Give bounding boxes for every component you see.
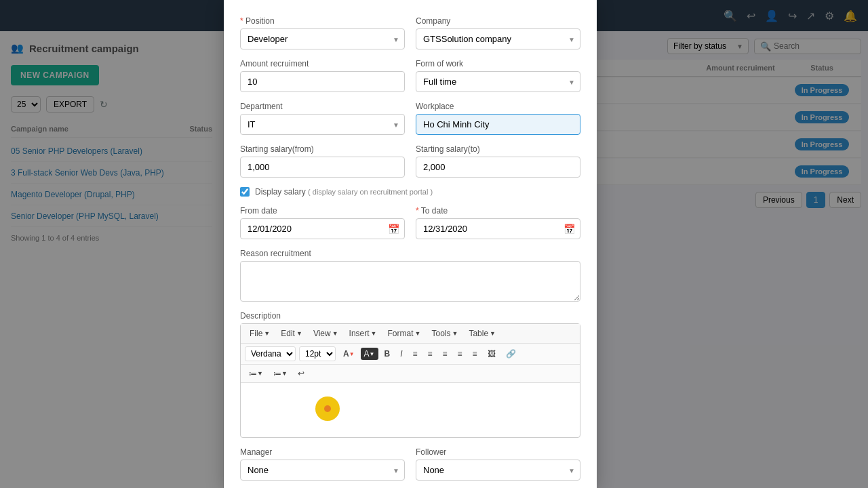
- department-label: Department: [240, 102, 405, 111]
- company-group: Company GTSSolution company ▼: [416, 16, 580, 49]
- font-name-select[interactable]: Verdana: [245, 346, 296, 361]
- undo-tool[interactable]: ↩: [294, 367, 309, 380]
- workplace-label: Workplace: [416, 102, 580, 111]
- to-date-group: * To date 📅: [416, 206, 580, 239]
- display-salary-checkbox[interactable]: [240, 187, 250, 197]
- manager-select[interactable]: None: [240, 460, 405, 481]
- salary-to-group: Starting salary(to): [416, 144, 580, 178]
- editor-file-menu[interactable]: File ▼: [245, 327, 275, 340]
- align-justify-tool[interactable]: ≡: [454, 347, 467, 361]
- font-size-select[interactable]: 12pt: [299, 346, 336, 361]
- from-date-calendar-icon[interactable]: 📅: [388, 224, 399, 235]
- align-right-tool[interactable]: ≡: [439, 347, 452, 361]
- reason-label: Reason recruitment: [240, 249, 580, 258]
- editor-toolbar-2: ≔ ▼ ≔ ▼ ↩: [241, 365, 580, 383]
- position-group: * Position Developer ▼: [240, 16, 405, 49]
- form-row-dept-workplace: Department IT ▼ Workplace: [240, 102, 580, 135]
- to-date-input[interactable]: [416, 218, 580, 239]
- form-row-position-company: * Position Developer ▼ Company GTSSoluti…: [240, 16, 580, 49]
- font-color-tool[interactable]: A▼: [339, 347, 359, 361]
- align-left-tool[interactable]: ≡: [409, 347, 422, 361]
- department-select-wrapper: IT ▼: [240, 114, 405, 135]
- numbered-list-tool[interactable]: ≔ ▼: [269, 367, 292, 380]
- company-select-wrapper: GTSSolution company ▼: [416, 28, 580, 49]
- editor-container: File ▼ Edit ▼ View ▼ Insert ▼ Format ▼ T…: [240, 323, 580, 438]
- to-date-calendar-icon[interactable]: 📅: [564, 224, 575, 235]
- position-select-wrapper: Developer ▼: [240, 28, 405, 49]
- amount-input[interactable]: [240, 71, 405, 92]
- editor-view-menu[interactable]: View ▼: [309, 327, 343, 340]
- salary-from-group: Starting salary(from): [240, 144, 405, 178]
- from-date-group: From date 📅: [240, 206, 405, 239]
- company-label: Company: [416, 16, 580, 26]
- form-of-work-group: Form of work Full time ▼: [416, 59, 580, 92]
- display-salary-row: Display salary ( display salary on recru…: [240, 187, 580, 197]
- cursor-indicator: [315, 396, 340, 421]
- editor-table-menu[interactable]: Table ▼: [464, 327, 500, 340]
- editor-tools-menu[interactable]: Tools ▼: [427, 327, 462, 340]
- salary-to-label: Starting salary(to): [416, 144, 580, 154]
- salary-from-input[interactable]: [240, 157, 405, 178]
- display-salary-label: Display salary ( display salary on recru…: [255, 187, 433, 197]
- editor-format-menu[interactable]: Format ▼: [383, 327, 426, 340]
- department-select[interactable]: IT: [240, 114, 405, 135]
- follower-select[interactable]: None: [416, 460, 580, 481]
- reason-textarea[interactable]: [240, 261, 580, 302]
- follower-group: Follower None ▼: [416, 447, 580, 481]
- description-group: Description File ▼ Edit ▼ View ▼ Insert …: [240, 311, 580, 447]
- form-row-amount-formwork: Amount recruiment Form of work Full time…: [240, 59, 580, 92]
- align-full-tool[interactable]: ≡: [469, 347, 481, 361]
- amount-label: Amount recruiment: [240, 59, 405, 68]
- amount-group: Amount recruiment: [240, 59, 405, 92]
- image-tool[interactable]: 🖼: [484, 347, 500, 361]
- form-of-work-select-wrapper: Full time ▼: [416, 71, 580, 92]
- position-label: * Position: [240, 16, 405, 26]
- form-row-manager-follower: Manager None ▼ Follower None ▼: [240, 447, 580, 481]
- background-color-tool[interactable]: A▼: [361, 348, 378, 360]
- editor-body[interactable]: [241, 383, 580, 437]
- form-of-work-select[interactable]: Full time: [416, 71, 580, 92]
- form-of-work-label: Form of work: [416, 59, 580, 68]
- link-tool[interactable]: 🔗: [502, 347, 520, 361]
- editor-edit-menu[interactable]: Edit ▼: [276, 327, 307, 340]
- editor-insert-menu[interactable]: Insert ▼: [344, 327, 382, 340]
- form-row-dates: From date 📅 * To date 📅: [240, 206, 580, 239]
- from-date-wrapper: 📅: [240, 218, 405, 239]
- align-center-tool[interactable]: ≡: [424, 347, 437, 361]
- editor-menubar: File ▼ Edit ▼ View ▼ Insert ▼ Format ▼ T…: [241, 324, 580, 344]
- to-date-label: * To date: [416, 206, 580, 216]
- recruitment-modal: * Position Developer ▼ Company GTSSoluti…: [224, 0, 597, 488]
- position-select[interactable]: Developer: [240, 28, 405, 49]
- from-date-label: From date: [240, 206, 405, 216]
- department-group: Department IT ▼: [240, 102, 405, 135]
- manager-select-wrapper: None ▼: [240, 460, 405, 481]
- follower-select-wrapper: None ▼: [416, 460, 580, 481]
- salary-to-input[interactable]: [416, 157, 580, 178]
- workplace-group: Workplace: [416, 102, 580, 135]
- salary-from-label: Starting salary(from): [240, 144, 405, 154]
- manager-label: Manager: [240, 447, 405, 457]
- company-select[interactable]: GTSSolution company: [416, 28, 580, 49]
- reason-group: Reason recruitment: [240, 249, 580, 302]
- editor-toolbar-1: Verdana 12pt A▼ A▼ B I ≡ ≡ ≡ ≡ ≡ 🖼 🔗: [241, 344, 580, 365]
- manager-group: Manager None ▼: [240, 447, 405, 481]
- to-date-wrapper: 📅: [416, 218, 580, 239]
- description-label: Description: [240, 311, 580, 321]
- follower-label: Follower: [416, 447, 580, 457]
- bold-tool[interactable]: B: [380, 347, 395, 361]
- from-date-input[interactable]: [240, 218, 405, 239]
- form-row-salary: Starting salary(from) Starting salary(to…: [240, 144, 580, 178]
- cursor-inner: [324, 405, 331, 412]
- workplace-input[interactable]: [416, 114, 580, 135]
- bullet-list-tool[interactable]: ≔ ▼: [245, 367, 267, 380]
- italic-tool[interactable]: I: [396, 347, 406, 361]
